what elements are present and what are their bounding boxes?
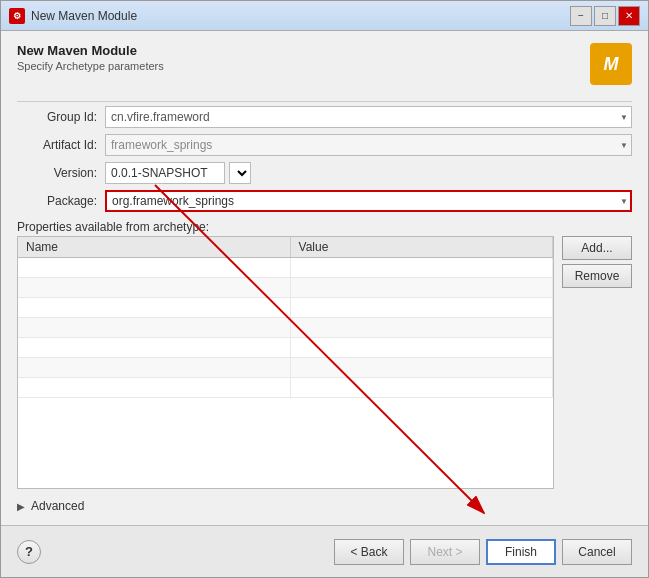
- window-icon: ⚙: [9, 8, 25, 24]
- package-row: Package: ▼: [17, 190, 632, 212]
- window-title: New Maven Module: [31, 9, 137, 23]
- version-dropdown[interactable]: ▼: [229, 162, 251, 184]
- page-header: New Maven Module Specify Archetype param…: [17, 43, 632, 85]
- properties-table-container: Name Value: [17, 236, 554, 489]
- remove-button[interactable]: Remove: [562, 264, 632, 288]
- next-button[interactable]: Next >: [410, 539, 480, 565]
- nav-buttons: < Back Next > Finish Cancel: [334, 539, 632, 565]
- table-row: [18, 378, 553, 398]
- advanced-row[interactable]: ▶ Advanced: [17, 495, 632, 517]
- advanced-triangle-icon: ▶: [17, 501, 25, 512]
- maven-logo: M: [590, 43, 632, 85]
- page-subtitle: Specify Archetype parameters: [17, 60, 164, 72]
- minimize-button[interactable]: −: [570, 6, 592, 26]
- properties-buttons: Add... Remove: [562, 236, 632, 489]
- table-row: [18, 338, 553, 358]
- package-label: Package:: [17, 194, 97, 208]
- name-column-header: Name: [18, 237, 290, 258]
- add-button[interactable]: Add...: [562, 236, 632, 260]
- table-row: [18, 278, 553, 298]
- table-row: [18, 318, 553, 338]
- restore-button[interactable]: □: [594, 6, 616, 26]
- table-row: [18, 358, 553, 378]
- version-row: Version: ▼: [17, 162, 632, 184]
- properties-table: Name Value: [18, 237, 553, 398]
- page-title: New Maven Module: [17, 43, 164, 58]
- properties-label: Properties available from archetype:: [17, 220, 632, 234]
- table-row: [18, 258, 553, 278]
- group-id-row: Group Id: ▼: [17, 106, 632, 128]
- bottom-bar: ? < Back Next > Finish Cancel: [1, 525, 648, 577]
- table-row: [18, 298, 553, 318]
- cancel-button[interactable]: Cancel: [562, 539, 632, 565]
- finish-button[interactable]: Finish: [486, 539, 556, 565]
- window-controls: − □ ✕: [570, 6, 640, 26]
- package-input[interactable]: [105, 190, 632, 212]
- form-section: Group Id: ▼ Artifact Id: ▼ Ver: [17, 106, 632, 212]
- group-id-label: Group Id:: [17, 110, 97, 124]
- properties-area: Name Value: [17, 236, 632, 489]
- help-button[interactable]: ?: [17, 540, 41, 564]
- value-column-header: Value: [290, 237, 552, 258]
- close-button[interactable]: ✕: [618, 6, 640, 26]
- title-bar: ⚙ New Maven Module − □ ✕: [1, 1, 648, 31]
- artifact-id-label: Artifact Id:: [17, 138, 97, 152]
- group-id-input[interactable]: [105, 106, 632, 128]
- advanced-label[interactable]: Advanced: [31, 499, 84, 513]
- artifact-id-input[interactable]: [105, 134, 632, 156]
- version-input[interactable]: [105, 162, 225, 184]
- version-label: Version:: [17, 166, 97, 180]
- artifact-id-row: Artifact Id: ▼: [17, 134, 632, 156]
- back-button[interactable]: < Back: [334, 539, 404, 565]
